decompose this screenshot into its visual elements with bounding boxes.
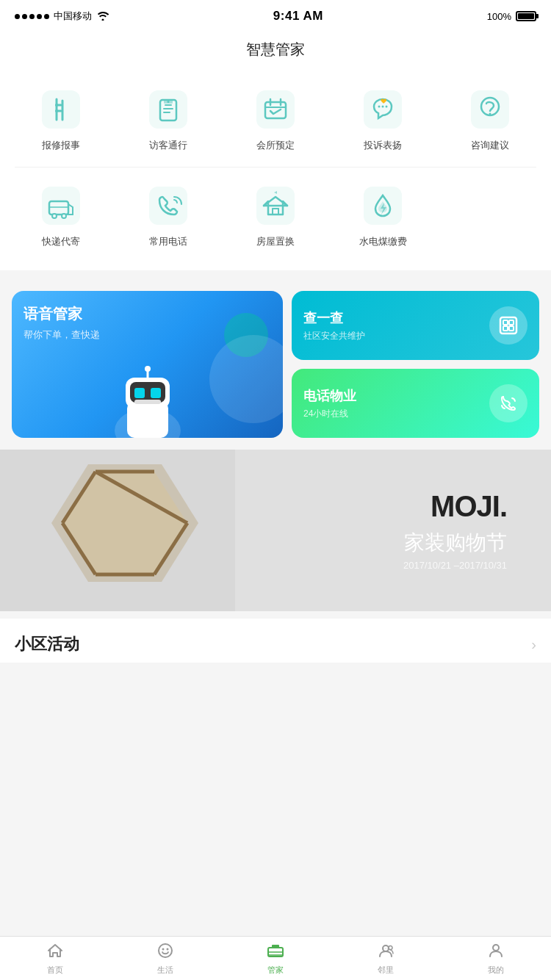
svg-rect-42 — [134, 388, 145, 398]
status-right: 100% — [487, 11, 536, 22]
query-icon — [489, 306, 527, 345]
svg-point-63 — [167, 948, 169, 950]
icon-consult[interactable]: 咨询建议 — [436, 86, 544, 152]
svg-point-13 — [168, 101, 170, 103]
icon-house[interactable]: 房屋置换 — [222, 182, 329, 248]
svg-rect-19 — [364, 90, 402, 129]
svg-point-45 — [145, 366, 151, 372]
status-bar: 中国移动 9:41 AM 100% — [0, 0, 551, 32]
status-time: 9:41 AM — [273, 9, 323, 24]
svg-rect-0 — [42, 90, 80, 129]
svg-rect-43 — [151, 388, 161, 398]
icons-row-1: 报修报事 访客通行 — [0, 86, 551, 167]
icon-repair[interactable]: 报修报事 — [7, 86, 115, 152]
phone-card-icon — [489, 384, 527, 422]
svg-rect-65 — [272, 945, 279, 948]
svg-rect-31 — [149, 187, 187, 225]
nav-neighbor-label: 邻里 — [378, 965, 394, 976]
icon-courier-label: 快递代寄 — [42, 235, 80, 248]
svg-point-61 — [159, 944, 172, 957]
mine-icon — [487, 942, 505, 962]
nav-mine-label: 我的 — [488, 965, 504, 976]
banner-content: MOJI. 家装购物节 2017/10/21 –2017/10/31 — [403, 490, 507, 571]
battery-label: 100% — [487, 11, 511, 22]
svg-point-29 — [62, 214, 66, 218]
bottom-nav: 首页 生活 管家 — [0, 936, 551, 980]
nav-manager-label: 管家 — [267, 965, 284, 976]
svg-rect-14 — [256, 90, 295, 129]
page-title: 智慧管家 — [0, 32, 551, 71]
icon-visitor[interactable]: 访客通行 — [115, 86, 222, 152]
activity-title: 小区活动 — [15, 633, 79, 655]
icon-consult-label: 咨询建议 — [471, 139, 509, 152]
icon-complaint-label: 投诉表扬 — [364, 139, 402, 152]
icon-club[interactable]: 会所预定 — [222, 86, 329, 152]
nav-home-label: 首页 — [47, 965, 63, 976]
svg-point-72 — [388, 948, 389, 948]
nav-mine[interactable]: 我的 — [441, 937, 551, 980]
banner-title: 家装购物节 — [403, 529, 507, 557]
svg-point-71 — [386, 948, 386, 948]
phone-card-title: 电话物业 — [303, 387, 356, 405]
icon-house-label: 房屋置换 — [256, 235, 295, 248]
robot-figure — [104, 350, 192, 438]
svg-point-25 — [489, 113, 491, 115]
nav-life[interactable]: 生活 — [110, 937, 220, 980]
icon-club-label: 会所预定 — [256, 139, 295, 152]
svg-point-20 — [382, 106, 384, 108]
banner-brand: MOJI. — [403, 490, 507, 523]
activity-section[interactable]: 小区活动 › — [0, 619, 551, 663]
icon-repair-label: 报修报事 — [42, 139, 80, 152]
icon-visitor-label: 访客通行 — [149, 139, 187, 152]
signal-icon — [15, 14, 49, 19]
card-right: 查一查 社区安全共维护 电话物业 24小时在线 — [292, 291, 539, 438]
svg-rect-26 — [42, 187, 80, 225]
voice-manager-card[interactable]: 语音管家 帮你下单，查快递 — [12, 291, 283, 438]
icons-section: 报修报事 访客通行 — [0, 71, 551, 270]
nav-home[interactable]: 首页 — [0, 937, 110, 980]
home-icon — [46, 942, 64, 962]
svg-point-21 — [378, 106, 381, 108]
carrier-label: 中国移动 — [54, 10, 92, 23]
svg-point-62 — [162, 948, 165, 950]
svg-point-5 — [55, 104, 58, 107]
icons-row-2: 快递代寄 常用电话 — [0, 167, 551, 263]
nav-neighbor[interactable]: 邻里 — [331, 937, 441, 980]
phone-card-subtitle: 24小时在线 — [303, 408, 356, 420]
query-title: 查一查 — [303, 309, 365, 327]
activity-arrow: › — [531, 636, 536, 653]
nav-manager[interactable]: 管家 — [220, 937, 331, 980]
query-subtitle: 社区安全共维护 — [303, 330, 365, 342]
banner-section[interactable]: MOJI. 家装购物节 2017/10/21 –2017/10/31 — [0, 450, 551, 611]
icon-utility[interactable]: 水电煤缴费 — [329, 182, 436, 248]
icon-phone[interactable]: 常用电话 — [115, 182, 222, 248]
banner-date: 2017/10/21 –2017/10/31 — [403, 560, 507, 571]
query-card[interactable]: 查一查 社区安全共维护 — [292, 291, 539, 360]
svg-point-69 — [389, 945, 392, 949]
svg-point-28 — [52, 214, 57, 218]
icon-courier[interactable]: 快递代寄 — [7, 182, 115, 248]
svg-rect-51 — [509, 326, 514, 331]
phone-card[interactable]: 电话物业 24小时在线 — [292, 369, 539, 438]
svg-rect-47 — [500, 317, 516, 334]
svg-rect-50 — [503, 326, 508, 331]
icon-phone-label: 常用电话 — [149, 235, 187, 248]
svg-rect-49 — [509, 320, 514, 325]
nav-life-label: 生活 — [157, 965, 173, 976]
svg-point-73 — [493, 945, 499, 951]
manager-icon — [265, 942, 286, 962]
life-icon — [156, 942, 174, 962]
svg-point-6 — [55, 109, 58, 112]
banner-shape — [0, 450, 235, 611]
wifi-icon — [96, 10, 109, 23]
svg-point-70 — [383, 948, 384, 948]
icon-complaint[interactable]: 投诉表扬 — [329, 86, 436, 152]
neighbor-icon — [377, 942, 395, 962]
cards-section: 语音管家 帮你下单，查快递 — [0, 279, 551, 450]
svg-rect-48 — [503, 320, 508, 325]
status-left: 中国移动 — [15, 10, 109, 23]
battery-icon — [516, 11, 536, 21]
svg-point-22 — [386, 106, 388, 108]
icon-utility-label: 水电煤缴费 — [359, 235, 407, 248]
svg-rect-46 — [134, 400, 161, 404]
